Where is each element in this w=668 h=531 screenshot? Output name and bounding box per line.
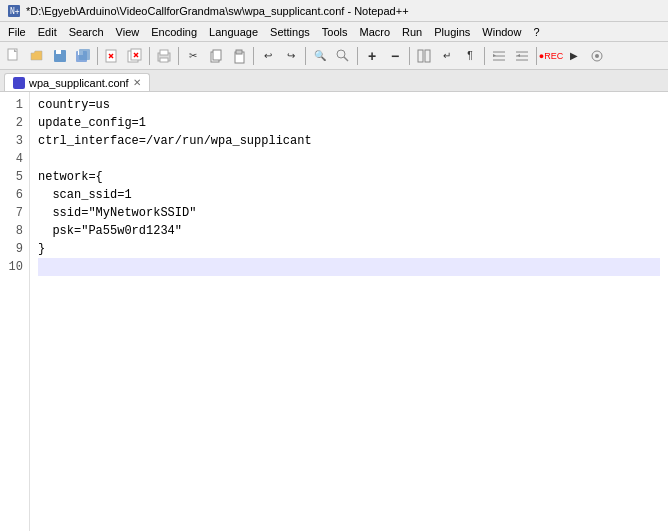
macro-save-button[interactable] [586,45,608,67]
copy-button[interactable] [205,45,227,67]
menu-item-view[interactable]: View [110,24,146,40]
tab-bar: wpa_supplicant.conf ✕ [0,70,668,92]
close-button[interactable] [101,45,123,67]
sync-scroll-button[interactable] [413,45,435,67]
code-line-7: ssid="MyNetworkSSID" [38,204,660,222]
svg-rect-18 [160,58,168,62]
toolbar-sep-9 [536,47,537,65]
svg-rect-17 [160,50,168,55]
svg-point-36 [595,54,599,58]
tab-wpa-supplicant[interactable]: wpa_supplicant.conf ✕ [4,73,150,91]
menu-item-macro[interactable]: Macro [353,24,396,40]
line-number-2: 2 [6,114,23,132]
word-wrap-button[interactable]: ↵ [436,45,458,67]
zoom-out-button[interactable]: − [384,45,406,67]
title-text: *D:\Egyeb\Arduino\VideoCallforGrandma\sw… [26,5,409,17]
line-numbers: 12345678910 [0,92,30,531]
svg-rect-20 [213,50,221,60]
toolbar-sep-6 [357,47,358,65]
close-all-button[interactable] [124,45,146,67]
new-button[interactable] [3,45,25,67]
indent-button[interactable] [488,45,510,67]
editor: 12345678910 country=usupdate_config=1ctr… [0,92,668,531]
toolbar-sep-3 [178,47,179,65]
menu-bar: FileEditSearchViewEncodingLanguageSettin… [0,22,668,42]
toolbar-sep-5 [305,47,306,65]
code-line-1: country=us [38,96,660,114]
svg-point-23 [337,50,345,58]
print-button[interactable] [153,45,175,67]
title-icon: N+ [6,3,22,19]
menu-item-run[interactable]: Run [396,24,428,40]
undo-button[interactable]: ↩ [257,45,279,67]
svg-rect-5 [56,50,61,54]
menu-item-language[interactable]: Language [203,24,264,40]
line-number-3: 3 [6,132,23,150]
outdent-button[interactable] [511,45,533,67]
line-number-10: 10 [6,258,23,276]
svg-rect-8 [79,49,90,60]
tab-label: wpa_supplicant.conf [29,77,129,89]
code-line-4 [38,150,660,168]
svg-rect-25 [418,50,423,62]
menu-item-window[interactable]: Window [476,24,527,40]
line-number-1: 1 [6,96,23,114]
redo-button[interactable]: ↪ [280,45,302,67]
code-line-9: } [38,240,660,258]
code-line-10 [38,258,660,276]
tab-icon [13,77,25,89]
zoom-in-button[interactable]: + [361,45,383,67]
svg-text:N+: N+ [10,7,20,16]
macro-record-button[interactable]: ●REC [540,45,562,67]
line-number-9: 9 [6,240,23,258]
paste-button[interactable] [228,45,250,67]
menu-item-plugins[interactable]: Plugins [428,24,476,40]
code-line-2: update_config=1 [38,114,660,132]
code-line-6: scan_ssid=1 [38,186,660,204]
open-button[interactable] [26,45,48,67]
menu-item-search[interactable]: Search [63,24,110,40]
save-all-button[interactable] [72,45,94,67]
svg-rect-22 [236,50,242,54]
menu-item-file[interactable]: File [2,24,32,40]
toolbar-sep-8 [484,47,485,65]
menu-item-edit[interactable]: Edit [32,24,63,40]
line-number-6: 6 [6,186,23,204]
menu-item-settings[interactable]: Settings [264,24,316,40]
menu-item-?[interactable]: ? [527,24,545,40]
line-number-4: 4 [6,150,23,168]
svg-line-24 [344,57,348,61]
code-line-3: ctrl_interface=/var/run/wpa_supplicant [38,132,660,150]
toolbar-sep-1 [97,47,98,65]
toolbar: ✂ ↩ ↪ 🔍 + − ↵ ¶ ●REC ▶ [0,42,668,70]
code-area[interactable]: country=usupdate_config=1ctrl_interface=… [30,92,668,531]
save-button[interactable] [49,45,71,67]
menu-item-tools[interactable]: Tools [316,24,354,40]
line-number-8: 8 [6,222,23,240]
macro-play-button[interactable]: ▶ [563,45,585,67]
toolbar-sep-4 [253,47,254,65]
all-chars-button[interactable]: ¶ [459,45,481,67]
tab-close-button[interactable]: ✕ [133,77,141,88]
svg-marker-30 [493,54,496,57]
find-button[interactable]: 🔍 [309,45,331,67]
menu-item-encoding[interactable]: Encoding [145,24,203,40]
line-number-5: 5 [6,168,23,186]
find-replace-button[interactable] [332,45,354,67]
code-line-8: psk="Pa55w0rd1234" [38,222,660,240]
line-number-7: 7 [6,204,23,222]
cut-button[interactable]: ✂ [182,45,204,67]
svg-marker-34 [517,54,520,57]
toolbar-sep-7 [409,47,410,65]
code-line-5: network={ [38,168,660,186]
toolbar-sep-2 [149,47,150,65]
title-bar: N+ *D:\Egyeb\Arduino\VideoCallforGrandma… [0,0,668,22]
svg-rect-26 [425,50,430,62]
